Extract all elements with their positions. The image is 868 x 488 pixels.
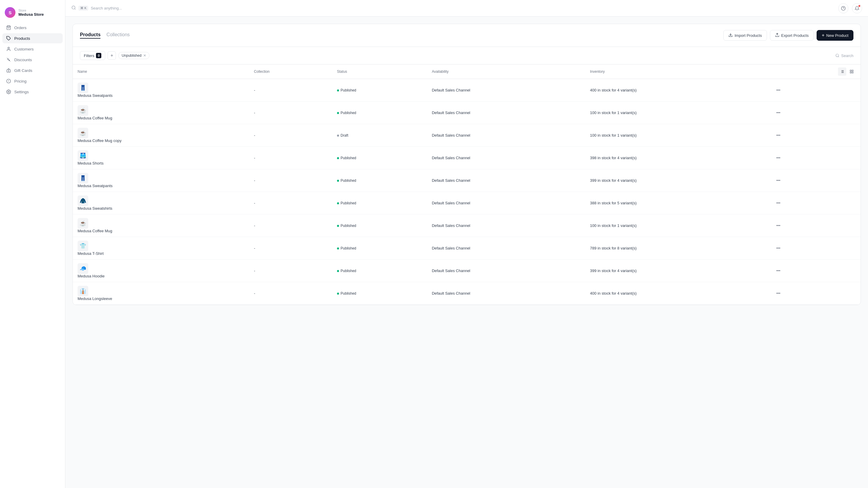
svg-point-13 — [72, 6, 75, 9]
table-row[interactable]: 🧥 Medusa Sweatshirts - Published Default… — [73, 192, 861, 215]
table-row[interactable]: 🧢 Medusa Hoodie - Published Default Sale… — [73, 260, 861, 282]
col-status: Status — [332, 64, 427, 79]
more-icon: ••• — [776, 291, 780, 296]
table-row[interactable]: ☕ Medusa Coffee Mug - Published Default … — [73, 215, 861, 237]
discounts-icon — [6, 57, 11, 62]
import-icon — [728, 33, 733, 38]
col-availability: Availability — [427, 64, 585, 79]
store-info: Store Medusa Store — [19, 9, 44, 17]
product-more-button[interactable]: ••• — [775, 290, 856, 297]
sidebar-item-gift-cards-label: Gift Cards — [14, 68, 32, 73]
product-more-button[interactable]: ••• — [775, 245, 856, 252]
table-row[interactable]: 👖 Medusa Sweatpants - Published Default … — [73, 169, 861, 192]
sidebar-item-gift-cards[interactable]: Gift Cards — [2, 65, 63, 75]
tab-collections[interactable]: Collections — [106, 32, 130, 39]
import-products-button[interactable]: Import Products — [723, 30, 767, 41]
table-search[interactable]: Search — [835, 54, 854, 58]
product-more-button[interactable]: ••• — [775, 87, 856, 94]
product-name: Medusa Sweatpants — [78, 184, 113, 188]
product-availability: Default Sales Channel — [427, 215, 585, 237]
add-filter-button[interactable]: + — [107, 52, 116, 60]
product-thumbnail: 👔 — [78, 286, 88, 296]
plus-icon: + — [822, 33, 824, 38]
product-name-cell: ☕ Medusa Coffee Mug — [78, 218, 245, 233]
notifications-button[interactable] — [852, 3, 862, 13]
product-name: Medusa Longsleeve — [78, 296, 112, 301]
product-more-button[interactable]: ••• — [775, 155, 856, 161]
product-availability: Default Sales Channel — [427, 260, 585, 282]
products-card: Products Collections Import Products — [72, 24, 861, 305]
product-name: Medusa Coffee Mug copy — [78, 138, 122, 143]
product-collection: - — [249, 215, 332, 237]
sidebar-item-discounts[interactable]: Discounts — [2, 55, 63, 65]
table-header: Name Collection Status Availability Inve… — [73, 64, 861, 79]
col-collection: Collection — [249, 64, 332, 79]
status-dot — [337, 180, 339, 182]
topbar: ⌘ K Search anything... — [65, 0, 868, 17]
svg-rect-30 — [850, 72, 851, 73]
svg-point-12 — [8, 91, 9, 92]
table-row[interactable]: 👕 Medusa T-Shirt - Published Default Sal… — [73, 237, 861, 260]
product-more-button[interactable]: ••• — [775, 109, 856, 116]
search-placeholder: Search anything... — [91, 6, 122, 10]
product-more-button[interactable]: ••• — [775, 177, 856, 184]
product-inventory: 398 in stock for 4 variant(s) — [585, 147, 771, 169]
table-row[interactable]: 👔 Medusa Longsleeve - Published Default … — [73, 282, 861, 305]
sidebar-item-products[interactable]: Products — [2, 33, 63, 43]
product-name-cell: 🩳 Medusa Shorts — [78, 150, 245, 165]
sidebar-item-settings[interactable]: Settings — [2, 87, 63, 97]
remove-unpublished-icon[interactable]: ✕ — [143, 54, 146, 58]
notification-dot — [858, 5, 861, 7]
sidebar-item-orders[interactable]: Orders — [2, 23, 63, 33]
product-name-cell: 👖 Medusa Sweatpants — [78, 173, 245, 188]
sidebar-item-pricing-label: Pricing — [14, 79, 26, 84]
product-name: Medusa Shorts — [78, 161, 103, 165]
search-bar[interactable]: ⌘ K Search anything... — [71, 5, 835, 11]
product-name-cell: 👔 Medusa Longsleeve — [78, 286, 245, 301]
product-name: Medusa Sweatshirts — [78, 206, 112, 210]
table-row[interactable]: 👖 Medusa Sweatpants - Published Default … — [73, 79, 861, 102]
avatar: S — [5, 7, 16, 18]
new-product-button[interactable]: + New Product — [816, 30, 854, 41]
product-thumbnail: 👖 — [78, 173, 88, 184]
pricing-icon — [6, 78, 11, 84]
sidebar: S Store Medusa Store Orders Products — [0, 0, 65, 488]
sidebar-item-customers-label: Customers — [14, 47, 34, 52]
product-thumbnail: ☕ — [78, 218, 88, 229]
view-toggle — [838, 67, 856, 76]
filters-button[interactable]: Filters 0 — [80, 51, 105, 60]
unpublished-filter-tag[interactable]: Unpublished ✕ — [118, 52, 150, 59]
product-more-button[interactable]: ••• — [775, 132, 856, 139]
sidebar-item-pricing[interactable]: Pricing — [2, 76, 63, 86]
table-row[interactable]: 🩳 Medusa Shorts - Published Default Sale… — [73, 147, 861, 169]
svg-rect-28 — [852, 70, 853, 71]
filter-count: 0 — [96, 53, 101, 58]
product-name: Medusa Hoodie — [78, 274, 104, 278]
main-content: Products Collections Import Products — [65, 17, 868, 488]
table-row[interactable]: ☕ Medusa Coffee Mug copy - Draft Default… — [73, 124, 861, 147]
product-more-button[interactable]: ••• — [775, 200, 856, 206]
sidebar-item-customers[interactable]: Customers — [2, 44, 63, 54]
export-products-button[interactable]: Export Products — [770, 30, 814, 41]
product-availability: Default Sales Channel — [427, 237, 585, 260]
more-icon: ••• — [776, 156, 780, 160]
tab-products[interactable]: Products — [80, 32, 100, 39]
more-icon: ••• — [776, 268, 780, 273]
sidebar-nav: Orders Products Customers Discounts — [0, 23, 65, 97]
product-name: Medusa T-Shirt — [78, 251, 104, 256]
product-name-cell: 👖 Medusa Sweatpants — [78, 83, 245, 98]
help-button[interactable] — [838, 3, 848, 13]
filters-label: Filters — [84, 54, 94, 58]
product-inventory: 399 in stock for 4 variant(s) — [585, 169, 771, 192]
grid-view-button[interactable] — [847, 67, 856, 76]
list-view-button[interactable] — [838, 67, 846, 76]
product-status: Published — [332, 260, 427, 282]
product-inventory: 400 in stock for 4 variant(s) — [585, 79, 771, 102]
product-more-button[interactable]: ••• — [775, 267, 856, 274]
product-more-button[interactable]: ••• — [775, 222, 856, 229]
customers-icon — [6, 46, 11, 52]
table-row[interactable]: ☕ Medusa Coffee Mug - Published Default … — [73, 102, 861, 124]
filters-left: Filters 0 + Unpublished ✕ — [80, 51, 150, 60]
status-dot — [337, 248, 339, 250]
table-search-icon — [835, 54, 839, 58]
